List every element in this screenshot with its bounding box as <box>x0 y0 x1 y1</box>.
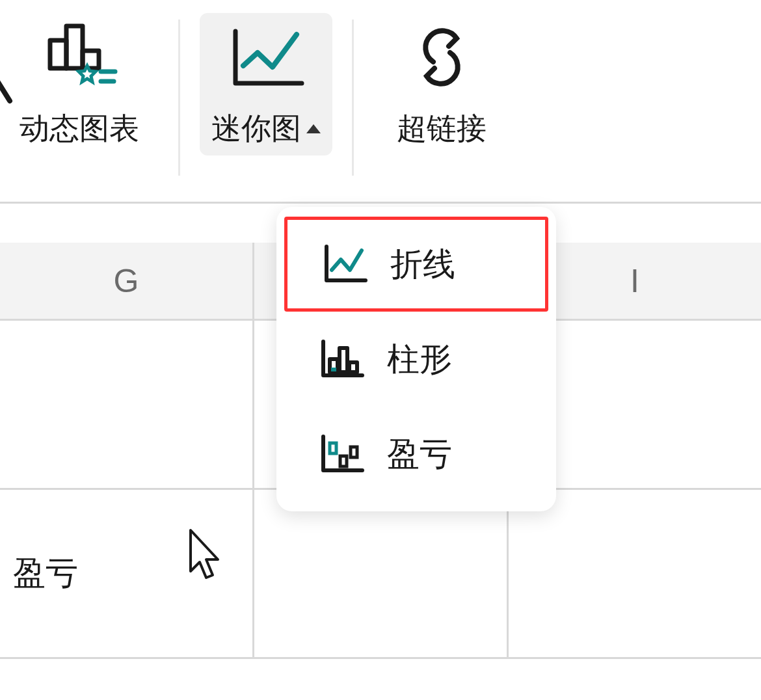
sparkline-column-item[interactable]: 柱形 <box>276 312 556 407</box>
dropdown-item-label: 折线 <box>390 243 455 286</box>
sparkline-column-icon <box>315 336 367 382</box>
dropdown-item-label: 柱形 <box>387 338 452 381</box>
ribbon-toolbar: 动态图表 迷你图 超链接 <box>0 0 761 204</box>
column-header-g[interactable]: G <box>0 243 254 319</box>
hyperlink-icon <box>393 20 490 94</box>
cell[interactable] <box>509 490 761 657</box>
caret-up-icon <box>306 124 321 133</box>
svg-rect-4 <box>340 456 347 466</box>
dropdown-item-label: 盈亏 <box>387 433 452 476</box>
sparkline-dropdown-menu: 折线 柱形 <box>276 207 556 511</box>
sparkline-winloss-item[interactable]: 盈亏 <box>276 407 556 502</box>
sparkline-winloss-icon <box>315 431 367 477</box>
dynamic-chart-button[interactable]: 动态图表 <box>0 13 159 155</box>
mouse-cursor-icon <box>185 527 224 588</box>
hyperlink-button[interactable]: 超链接 <box>373 13 510 155</box>
sheet-row: 盈亏 <box>0 490 761 659</box>
dynamic-chart-label: 动态图表 <box>20 109 139 149</box>
sparkline-label: 迷你图 <box>211 109 321 149</box>
toolbar-divider <box>178 20 180 176</box>
sparkline-line-icon <box>319 241 371 287</box>
toolbar-divider <box>352 20 354 176</box>
svg-rect-5 <box>351 447 357 457</box>
dynamic-chart-icon <box>31 20 128 94</box>
sparkline-dropdown-button[interactable]: 迷你图 <box>200 13 332 155</box>
svg-rect-2 <box>331 368 336 371</box>
sparkline-icon <box>217 20 315 94</box>
svg-rect-3 <box>330 443 336 453</box>
hyperlink-label: 超链接 <box>397 109 487 149</box>
cell[interactable] <box>0 321 254 488</box>
cell[interactable] <box>254 490 509 657</box>
sparkline-line-item[interactable]: 折线 <box>284 217 548 312</box>
